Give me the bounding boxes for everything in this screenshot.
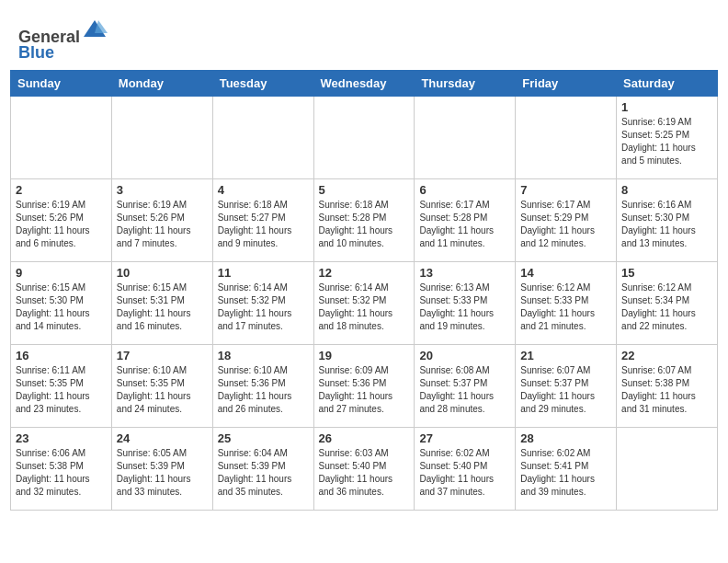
col-header-sunday: Sunday <box>11 70 112 96</box>
week-row-1: 1Sunrise: 6:19 AM Sunset: 5:25 PM Daylig… <box>11 96 718 178</box>
svg-marker-1 <box>95 20 108 33</box>
day-cell: 14Sunrise: 6:12 AM Sunset: 5:33 PM Dayli… <box>516 261 617 344</box>
day-cell: 12Sunrise: 6:14 AM Sunset: 5:32 PM Dayli… <box>313 261 415 344</box>
day-cell: 23Sunrise: 6:06 AM Sunset: 5:38 PM Dayli… <box>11 427 112 510</box>
logo-icon <box>82 17 108 42</box>
day-info: Sunrise: 6:09 AM Sunset: 5:36 PM Dayligh… <box>319 364 410 416</box>
day-number: 1 <box>621 100 712 114</box>
day-number: 14 <box>520 266 611 280</box>
calendar-table: SundayMondayTuesdayWednesdayThursdayFrid… <box>10 70 718 511</box>
day-number: 27 <box>419 431 510 445</box>
day-number: 6 <box>419 183 510 197</box>
day-cell: 9Sunrise: 6:15 AM Sunset: 5:30 PM Daylig… <box>11 261 112 344</box>
col-header-monday: Monday <box>111 70 212 96</box>
day-info: Sunrise: 6:15 AM Sunset: 5:31 PM Dayligh… <box>117 282 208 333</box>
week-row-3: 9Sunrise: 6:15 AM Sunset: 5:30 PM Daylig… <box>11 261 718 344</box>
day-info: Sunrise: 6:08 AM Sunset: 5:37 PM Dayligh… <box>419 364 510 416</box>
day-cell: 1Sunrise: 6:19 AM Sunset: 5:25 PM Daylig… <box>617 96 718 178</box>
day-number: 12 <box>319 266 410 280</box>
day-number: 9 <box>16 266 107 280</box>
day-cell: 16Sunrise: 6:11 AM Sunset: 5:35 PM Dayli… <box>11 344 112 427</box>
day-number: 2 <box>16 183 107 197</box>
day-cell: 5Sunrise: 6:18 AM Sunset: 5:28 PM Daylig… <box>313 178 415 261</box>
day-info: Sunrise: 6:10 AM Sunset: 5:36 PM Dayligh… <box>218 364 309 416</box>
day-info: Sunrise: 6:07 AM Sunset: 5:38 PM Dayligh… <box>621 364 712 416</box>
col-header-wednesday: Wednesday <box>313 70 415 96</box>
day-info: Sunrise: 6:10 AM Sunset: 5:35 PM Dayligh… <box>117 364 208 416</box>
day-cell: 26Sunrise: 6:03 AM Sunset: 5:40 PM Dayli… <box>313 427 415 510</box>
day-cell: 4Sunrise: 6:18 AM Sunset: 5:27 PM Daylig… <box>212 178 313 261</box>
day-number: 18 <box>218 349 309 362</box>
day-info: Sunrise: 6:19 AM Sunset: 5:25 PM Dayligh… <box>621 116 712 167</box>
day-number: 22 <box>621 349 712 362</box>
day-info: Sunrise: 6:18 AM Sunset: 5:27 PM Dayligh… <box>218 199 309 250</box>
day-info: Sunrise: 6:14 AM Sunset: 5:32 PM Dayligh… <box>319 282 410 333</box>
day-number: 10 <box>117 266 208 280</box>
day-info: Sunrise: 6:02 AM Sunset: 5:40 PM Dayligh… <box>419 447 510 499</box>
day-cell: 24Sunrise: 6:05 AM Sunset: 5:39 PM Dayli… <box>111 427 212 510</box>
day-number: 26 <box>319 431 410 445</box>
calendar-header-row: SundayMondayTuesdayWednesdayThursdayFrid… <box>11 70 718 96</box>
day-cell: 3Sunrise: 6:19 AM Sunset: 5:26 PM Daylig… <box>111 178 212 261</box>
day-number: 11 <box>218 266 309 280</box>
day-info: Sunrise: 6:06 AM Sunset: 5:38 PM Dayligh… <box>16 447 107 499</box>
day-number: 28 <box>520 431 611 445</box>
week-row-4: 16Sunrise: 6:11 AM Sunset: 5:35 PM Dayli… <box>11 344 718 427</box>
day-number: 25 <box>218 431 309 445</box>
day-number: 20 <box>419 349 510 362</box>
logo: General Blue <box>18 17 108 63</box>
day-cell <box>313 96 415 178</box>
day-number: 24 <box>117 431 208 445</box>
day-number: 17 <box>117 349 208 362</box>
day-info: Sunrise: 6:19 AM Sunset: 5:26 PM Dayligh… <box>117 199 208 250</box>
day-number: 19 <box>319 349 410 362</box>
day-number: 5 <box>319 183 410 197</box>
week-row-5: 23Sunrise: 6:06 AM Sunset: 5:38 PM Dayli… <box>11 427 718 510</box>
col-header-saturday: Saturday <box>617 70 718 96</box>
day-cell: 11Sunrise: 6:14 AM Sunset: 5:32 PM Dayli… <box>212 261 313 344</box>
day-info: Sunrise: 6:16 AM Sunset: 5:30 PM Dayligh… <box>621 199 712 250</box>
day-cell: 25Sunrise: 6:04 AM Sunset: 5:39 PM Dayli… <box>212 427 313 510</box>
day-info: Sunrise: 6:14 AM Sunset: 5:32 PM Dayligh… <box>218 282 309 333</box>
day-info: Sunrise: 6:17 AM Sunset: 5:29 PM Dayligh… <box>520 199 611 250</box>
day-cell <box>212 96 313 178</box>
day-info: Sunrise: 6:03 AM Sunset: 5:40 PM Dayligh… <box>319 447 410 499</box>
day-cell: 28Sunrise: 6:02 AM Sunset: 5:41 PM Dayli… <box>516 427 617 510</box>
day-info: Sunrise: 6:12 AM Sunset: 5:33 PM Dayligh… <box>520 282 611 333</box>
col-header-friday: Friday <box>516 70 617 96</box>
col-header-thursday: Thursday <box>415 70 516 96</box>
day-cell: 13Sunrise: 6:13 AM Sunset: 5:33 PM Dayli… <box>415 261 516 344</box>
day-cell: 22Sunrise: 6:07 AM Sunset: 5:38 PM Dayli… <box>617 344 718 427</box>
day-number: 8 <box>621 183 712 197</box>
day-info: Sunrise: 6:17 AM Sunset: 5:28 PM Dayligh… <box>419 199 510 250</box>
day-number: 7 <box>520 183 611 197</box>
day-cell <box>415 96 516 178</box>
day-cell: 15Sunrise: 6:12 AM Sunset: 5:34 PM Dayli… <box>617 261 718 344</box>
day-cell: 18Sunrise: 6:10 AM Sunset: 5:36 PM Dayli… <box>212 344 313 427</box>
week-row-2: 2Sunrise: 6:19 AM Sunset: 5:26 PM Daylig… <box>11 178 718 261</box>
day-number: 23 <box>16 431 107 445</box>
calendar-body: 1Sunrise: 6:19 AM Sunset: 5:25 PM Daylig… <box>11 96 718 510</box>
day-number: 21 <box>520 349 611 362</box>
day-info: Sunrise: 6:07 AM Sunset: 5:37 PM Dayligh… <box>520 364 611 416</box>
day-number: 3 <box>117 183 208 197</box>
day-cell <box>11 96 112 178</box>
day-info: Sunrise: 6:02 AM Sunset: 5:41 PM Dayligh… <box>520 447 611 499</box>
day-info: Sunrise: 6:11 AM Sunset: 5:35 PM Dayligh… <box>16 364 107 416</box>
day-cell <box>516 96 617 178</box>
day-cell <box>617 427 718 510</box>
day-cell: 7Sunrise: 6:17 AM Sunset: 5:29 PM Daylig… <box>516 178 617 261</box>
col-header-tuesday: Tuesday <box>212 70 313 96</box>
day-info: Sunrise: 6:05 AM Sunset: 5:39 PM Dayligh… <box>117 447 208 499</box>
day-cell: 27Sunrise: 6:02 AM Sunset: 5:40 PM Dayli… <box>415 427 516 510</box>
day-cell: 21Sunrise: 6:07 AM Sunset: 5:37 PM Dayli… <box>516 344 617 427</box>
day-cell: 6Sunrise: 6:17 AM Sunset: 5:28 PM Daylig… <box>415 178 516 261</box>
day-cell: 20Sunrise: 6:08 AM Sunset: 5:37 PM Dayli… <box>415 344 516 427</box>
day-cell: 8Sunrise: 6:16 AM Sunset: 5:30 PM Daylig… <box>617 178 718 261</box>
day-info: Sunrise: 6:19 AM Sunset: 5:26 PM Dayligh… <box>16 199 107 250</box>
day-info: Sunrise: 6:15 AM Sunset: 5:30 PM Dayligh… <box>16 282 107 333</box>
day-number: 13 <box>419 266 510 280</box>
day-cell: 19Sunrise: 6:09 AM Sunset: 5:36 PM Dayli… <box>313 344 415 427</box>
day-number: 16 <box>16 349 107 362</box>
day-info: Sunrise: 6:12 AM Sunset: 5:34 PM Dayligh… <box>621 282 712 333</box>
